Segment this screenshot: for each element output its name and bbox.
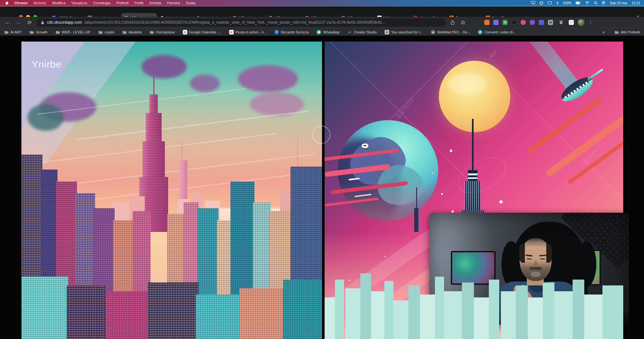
reload-button[interactable]: ⟳	[25, 18, 34, 27]
recording-badge	[534, 3, 536, 5]
bookmark-label: Formazione	[156, 30, 175, 34]
building	[105, 291, 148, 339]
wifi-icon[interactable]	[585, 1, 589, 5]
bookmark-item[interactable]: ∞Creator Studio	[347, 30, 377, 34]
bookmark-label: Creator Studio	[354, 30, 377, 34]
building	[283, 280, 322, 339]
bookmarks-overflow-chevron[interactable]: »	[602, 30, 605, 34]
cloud	[142, 55, 187, 79]
bookmark-label: WebMail PEC - De...	[437, 30, 470, 34]
folder-icon	[4, 30, 8, 34]
folder-icon	[98, 30, 103, 34]
other-bookmarks-folder[interactable]: Altri Preferiti	[614, 30, 640, 34]
folder-icon	[614, 30, 619, 34]
menubar-item-modifica[interactable]: Modifica	[52, 1, 66, 5]
menubar-item-cronologia[interactable]: Cronologia	[93, 1, 110, 5]
bookmark-star-icon[interactable]	[459, 19, 467, 26]
url-path: /attachments/1013512335442333816/1089144…	[84, 20, 385, 25]
profile-avatar[interactable]	[578, 19, 585, 26]
folder-icon	[149, 30, 154, 34]
menubar-item-scheda[interactable]: Scheda	[149, 1, 161, 5]
google-calendar-icon: 31	[183, 30, 187, 34]
building	[345, 288, 360, 339]
menubar-item-archivio[interactable]: Archivio	[34, 1, 46, 5]
siri-icon[interactable]	[602, 1, 605, 5]
navigation-circle-overlay	[312, 126, 330, 144]
extension-pink-icon[interactable]	[521, 20, 526, 25]
page-content: Ynirbe	[0, 36, 644, 339]
mouse-cursor	[362, 144, 368, 148]
bookmark-label: Riccardo Scrocca	[281, 30, 309, 34]
bookmark-item[interactable]: Formazione	[149, 30, 175, 34]
bookmark-item[interactable]: idealista	[122, 30, 142, 34]
thin-spire-body	[414, 208, 418, 232]
menubar-item-profili[interactable]: Profili	[134, 1, 143, 5]
bookmark-label: Growth	[36, 30, 47, 34]
extensions-puzzle-icon[interactable]	[557, 19, 565, 26]
extension-light-icon[interactable]	[569, 20, 574, 25]
menu-kebab-icon[interactable]: ⋮	[588, 20, 593, 25]
sparkle	[450, 149, 453, 153]
screen: ChromeArchivioModificaVisualizzaCronolog…	[0, 0, 644, 339]
bookmark-label: WEB - LEVEL-UP	[62, 30, 90, 34]
thin-spire	[416, 187, 417, 211]
menubar-time[interactable]: 12:13	[632, 1, 640, 5]
menubar-item-visualizza[interactable]: Visualizza	[71, 1, 87, 5]
extension-hubspot-icon[interactable]	[484, 20, 489, 25]
building	[239, 288, 284, 339]
spotlight-icon[interactable]	[594, 1, 598, 5]
bookmark-item[interactable]: Growth	[30, 30, 47, 34]
menubar-item-preferiti[interactable]: Preferiti	[116, 1, 129, 5]
lock-icon	[40, 19, 45, 26]
url-domain: cdn.discordapp.com	[47, 20, 82, 25]
bookmark-item[interactable]: WhatsApp	[316, 30, 340, 34]
bookmark-item[interactable]: AI ART	[4, 30, 22, 34]
menubar-item-guida[interactable]: Guida	[186, 1, 195, 5]
extension-gray-icon[interactable]: W	[548, 20, 553, 25]
building	[420, 295, 435, 339]
forward-button[interactable]: →	[14, 18, 23, 27]
display-icon[interactable]	[548, 1, 552, 5]
cloud	[28, 104, 64, 131]
menubar-item-chrome[interactable]: Chrome	[14, 1, 28, 5]
folder-icon	[55, 30, 60, 34]
bookmarks-bar: AI ARTGrowthWEB - LEVEL-UPcryptoidealist…	[0, 28, 644, 36]
bookmark-label: Converti i video di...	[484, 30, 516, 34]
bookmark-item[interactable]: ≣You searched for I...	[385, 30, 423, 34]
building	[474, 297, 489, 339]
bookmark-item[interactable]: 31Google Calendar -...	[183, 30, 221, 34]
bookmark-item[interactable]: crypto	[98, 30, 114, 34]
bookmark-item[interactable]: WEB - LEVEL-UP	[55, 30, 90, 34]
address-bar[interactable]: cdn.discordapp.com /attachments/10135123…	[36, 19, 446, 27]
extension-purple-icon[interactable]	[530, 20, 535, 25]
share-icon[interactable]	[449, 19, 456, 26]
bookmark-item[interactable]: ◂WebMail PEC - De...	[431, 30, 470, 34]
extension-green-icon[interactable]: N	[502, 20, 508, 25]
extension-indigo-icon[interactable]	[539, 20, 544, 25]
bookmark-item[interactable]: fRiccardo Scrocca	[274, 30, 309, 34]
bluetooth-icon[interactable]	[556, 1, 559, 5]
focus-mode-icon[interactable]	[539, 1, 543, 5]
bookmark-label: Posta in arrivo - ri...	[236, 30, 266, 34]
apple-icon[interactable]	[5, 1, 8, 5]
bookmark-item[interactable]: ↺Converti i video di...	[478, 30, 516, 34]
sparkle	[441, 193, 443, 195]
bookmark-item[interactable]: MPosta in arrivo - ri...	[229, 30, 266, 34]
building	[393, 300, 408, 339]
screen-recording-icon[interactable]	[531, 1, 535, 5]
extension-violet-icon[interactable]	[493, 20, 499, 25]
sun	[439, 61, 510, 132]
bookmarks-items: AI ARTGrowthWEB - LEVEL-UPcryptoidealist…	[4, 30, 516, 34]
gmail-icon: M	[229, 30, 234, 34]
star-dot	[404, 137, 405, 139]
cloud	[238, 65, 298, 92]
divider	[609, 30, 610, 34]
extension-dark-icon[interactable]	[512, 20, 517, 25]
back-button[interactable]: ←	[3, 18, 12, 27]
sparkle	[499, 200, 503, 204]
menubar-date[interactable]: Sab 25 mar	[610, 1, 627, 5]
menubar-item-finestra[interactable]: Finestra	[167, 1, 180, 5]
battery-icon[interactable]	[576, 1, 581, 5]
poster-left-new-york[interactable]: Ynirbe	[21, 42, 322, 339]
building	[554, 291, 572, 339]
